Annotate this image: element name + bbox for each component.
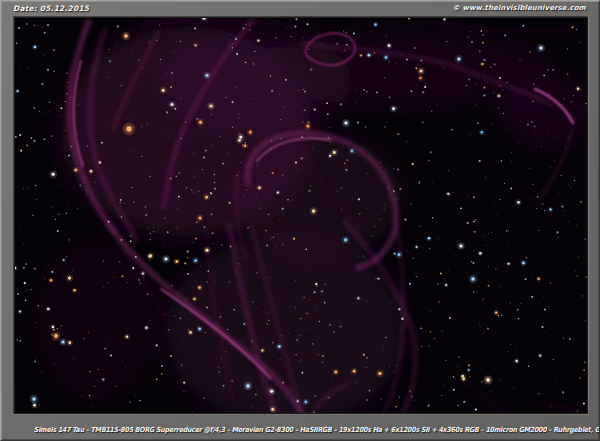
nebula-image <box>15 18 587 413</box>
caption-bar: Simeis 147 Tau – TMB115-805 BORG Superre… <box>1 417 600 436</box>
astro-photo <box>14 17 588 414</box>
photo-frame: Date: 05.12.2015 © www.theinvisibleunive… <box>0 0 600 441</box>
date-label: Date: 05.12.2015 <box>13 4 89 13</box>
copyright-label: © www.theinvisibleuniverse.com <box>453 4 586 12</box>
caption-label: Simeis 147 Tau – TMB115-805 BORG Superre… <box>34 426 600 434</box>
